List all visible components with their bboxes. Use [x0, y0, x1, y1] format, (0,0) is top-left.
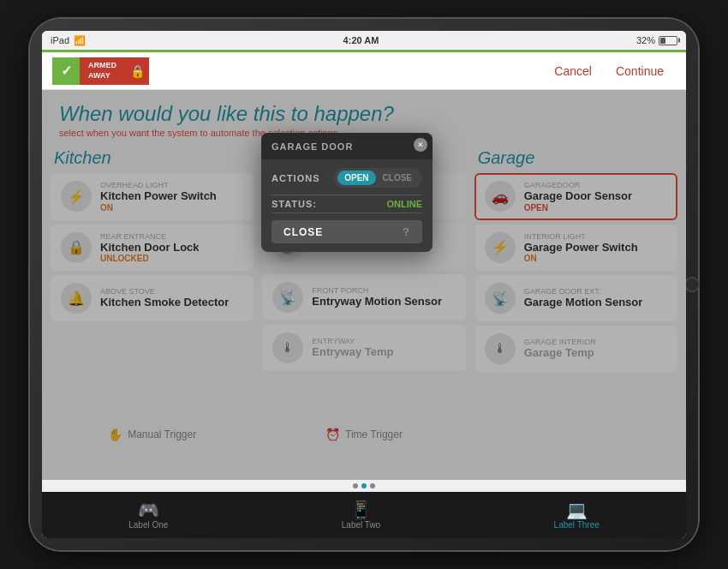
ipad-shell: iPad 📶 4:20 AM 32% ✓ ARMED AWAY 🔒	[30, 19, 698, 550]
popup-overlay[interactable]: GARAGE DOOR ℹ ✕ ACTIONS OPEN CLOSE	[42, 90, 686, 480]
toggle-open[interactable]: OPEN	[337, 171, 375, 185]
armed-check-icon: ✓	[52, 57, 80, 85]
ipad-screen: iPad 📶 4:20 AM 32% ✓ ARMED AWAY 🔒	[42, 31, 686, 538]
tab-label-two[interactable]: 📱 Label Two	[325, 498, 397, 533]
battery-icon	[659, 36, 677, 45]
status-label: STATUS:	[272, 199, 317, 209]
device-label: iPad	[51, 35, 69, 45]
armed-badge: ✓ ARMED AWAY 🔒	[52, 57, 149, 85]
actions-row: ACTIONS OPEN CLOSE	[272, 168, 422, 188]
status-bar-right: 32%	[636, 35, 677, 45]
garage-door-popup: GARAGE DOOR ℹ ✕ ACTIONS OPEN CLOSE	[261, 133, 433, 252]
battery-pct: 32%	[636, 35, 655, 45]
tab-dot-3	[370, 483, 375, 488]
status-row: STATUS: ONLINE	[272, 195, 422, 213]
continue-button[interactable]: Continue	[604, 64, 676, 78]
tab-label-two-text: Label Two	[342, 520, 380, 530]
popup-close-button[interactable]: ✕	[414, 138, 427, 152]
status-bar: iPad 📶 4:20 AM 32%	[42, 31, 686, 50]
home-button[interactable]	[684, 277, 700, 292]
battery-fill	[660, 38, 665, 44]
popup-header: GARAGE DOOR ℹ	[261, 133, 433, 159]
tab-icon-one: 🎮	[138, 501, 159, 518]
tab-label-three-text: Label Three	[554, 520, 600, 530]
tab-dot-1	[353, 483, 358, 488]
main-content: When would you like this to happen? sele…	[42, 90, 686, 480]
tab-bar: 🎮 Label One 📱 Label Two 💻 Label Three	[42, 492, 686, 538]
close-btn-label: CLOSE	[283, 226, 323, 238]
tab-dot-2	[361, 483, 367, 488]
tab-label-one[interactable]: 🎮 Label One	[111, 498, 185, 533]
popup-title: GARAGE DOOR	[272, 141, 353, 152]
tab-icon-two: 📱	[350, 501, 372, 518]
armed-text: ARMED AWAY	[80, 57, 125, 85]
status-bar-left: iPad 📶	[51, 35, 86, 46]
tab-icon-three: 💻	[566, 501, 588, 518]
wifi-icon: 📶	[74, 35, 86, 46]
status-value: ONLINE	[386, 199, 422, 209]
lock-icon: 🔒	[125, 57, 149, 85]
help-icon[interactable]: ?	[403, 225, 410, 238]
close-button[interactable]: CLOSE ?	[272, 220, 422, 243]
tab-dots	[42, 480, 686, 492]
open-close-toggle[interactable]: OPEN CLOSE	[334, 168, 422, 188]
tab-label-one-text: Label One	[128, 520, 168, 530]
popup-body: ACTIONS OPEN CLOSE STATUS: ONLINE CLOSE	[261, 159, 433, 252]
top-nav: ✓ ARMED AWAY 🔒 Cancel Continue	[42, 52, 686, 90]
toggle-close[interactable]: CLOSE	[376, 171, 419, 185]
tab-label-three[interactable]: 💻 Label Three	[537, 498, 617, 533]
cancel-button[interactable]: Cancel	[542, 64, 604, 78]
status-bar-time: 4:20 AM	[343, 35, 379, 45]
actions-label: ACTIONS	[272, 173, 320, 183]
